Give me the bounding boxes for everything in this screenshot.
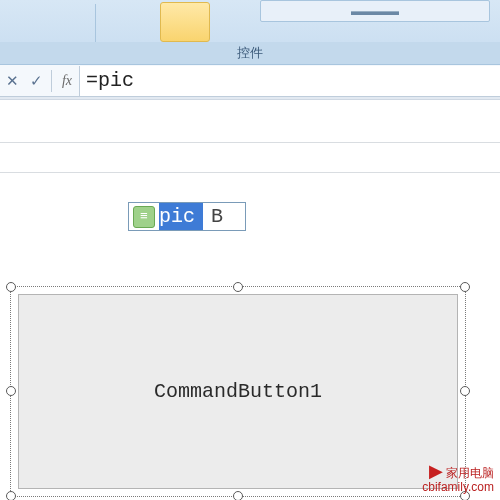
watermark: ▶ 家用电脑 cbifamily.com [422, 464, 494, 494]
autocomplete-item[interactable]: B [203, 203, 245, 230]
cancel-button[interactable]: ✕ [0, 65, 24, 97]
insert-function-button[interactable]: fx [55, 65, 79, 97]
folder-icon[interactable] [160, 2, 210, 42]
autocomplete-dropdown[interactable]: pic B [128, 202, 246, 231]
watermark-arrow-icon: ▶ [429, 461, 443, 481]
command-button-caption: CommandButton1 [154, 380, 322, 403]
resize-handle[interactable] [6, 491, 16, 500]
resize-handle[interactable] [460, 386, 470, 396]
resize-handle[interactable] [6, 282, 16, 292]
autocomplete-selected[interactable]: pic [159, 203, 203, 230]
formula-bar: ✕ ✓ fx [0, 65, 500, 97]
gridline [0, 142, 500, 143]
separator [51, 70, 52, 92]
watermark-line2: cbifamily.com [422, 480, 494, 494]
worksheet[interactable]: pic B CommandButton1 [0, 100, 500, 500]
resize-handle[interactable] [233, 282, 243, 292]
accept-button[interactable]: ✓ [24, 65, 48, 97]
ribbon-button-truncated[interactable]: ▬▬▬▬ [260, 0, 490, 22]
gridline [0, 172, 500, 173]
ribbon-group-label: 控件 [0, 42, 500, 64]
watermark-line1: 家用电脑 [446, 466, 494, 480]
formula-input[interactable] [79, 66, 500, 96]
name-icon [133, 206, 155, 228]
ribbon-divider [95, 4, 96, 42]
command-button-control[interactable]: CommandButton1 [18, 294, 458, 489]
resize-handle[interactable] [6, 386, 16, 396]
resize-handle[interactable] [233, 491, 243, 500]
ribbon: ▬▬▬▬ 控件 [0, 0, 500, 65]
resize-handle[interactable] [460, 282, 470, 292]
